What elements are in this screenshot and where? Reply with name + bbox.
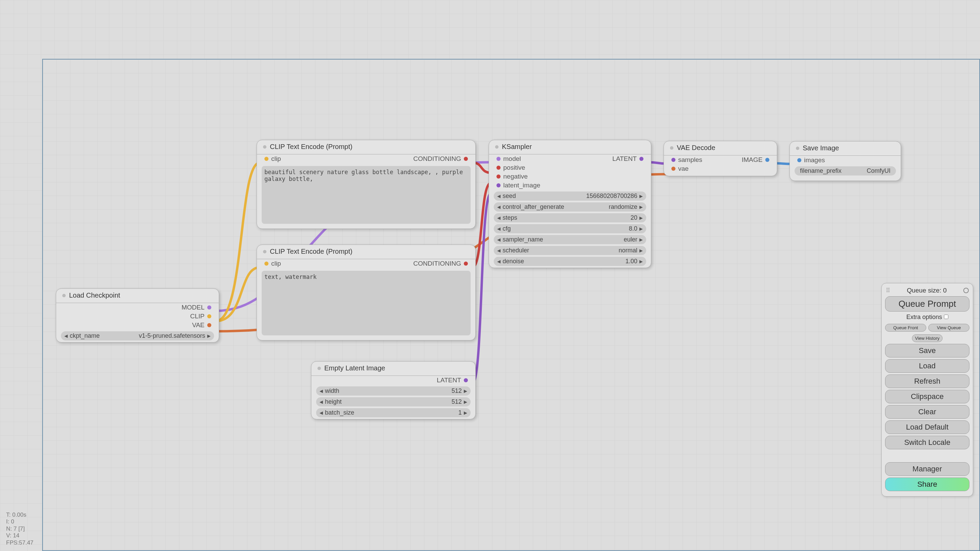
- node-title[interactable]: Load Checkpoint: [56, 289, 219, 303]
- output-conditioning[interactable]: CONDITIONING: [409, 154, 476, 163]
- output-model[interactable]: MODEL: [56, 303, 219, 312]
- output-latent[interactable]: LATENT: [311, 376, 476, 385]
- port-icon[interactable]: [207, 323, 211, 327]
- next-arrow-icon[interactable]: ▶: [464, 399, 467, 404]
- input-samples[interactable]: samples: [664, 156, 707, 164]
- queue-front-button[interactable]: Queue Front: [885, 324, 926, 332]
- input-positive[interactable]: positive: [489, 163, 608, 172]
- switch-locale-button[interactable]: Switch Locale: [885, 436, 969, 449]
- prev-arrow-icon[interactable]: ◀: [497, 215, 501, 221]
- input-vae[interactable]: vae: [664, 164, 707, 173]
- node-clip-encode-negative[interactable]: CLIP Text Encode (Prompt) clip CONDITION…: [256, 245, 476, 340]
- save-button[interactable]: Save: [885, 344, 969, 357]
- prev-arrow-icon[interactable]: ◀: [320, 388, 323, 394]
- prev-arrow-icon[interactable]: ◀: [320, 410, 323, 415]
- control-after-generate-widget[interactable]: ◀ control_after_generate randomize ▶: [494, 202, 646, 211]
- node-save-image[interactable]: Save Image images filename_prefix ComfyU…: [789, 141, 901, 181]
- output-conditioning[interactable]: CONDITIONING: [409, 259, 476, 268]
- node-clip-encode-positive[interactable]: CLIP Text Encode (Prompt) clip CONDITION…: [256, 140, 476, 229]
- view-queue-button[interactable]: View Queue: [928, 324, 969, 332]
- denoise-widget[interactable]: ◀ denoise 1.00 ▶: [494, 257, 646, 266]
- port-icon[interactable]: [496, 157, 501, 161]
- next-arrow-icon[interactable]: ▶: [640, 194, 643, 198]
- output-image[interactable]: IMAGE: [737, 156, 777, 164]
- prev-arrow-icon[interactable]: ◀: [64, 333, 68, 338]
- port-icon[interactable]: [640, 157, 643, 161]
- share-button[interactable]: Share: [885, 478, 969, 491]
- load-default-button[interactable]: Load Default: [885, 421, 969, 434]
- view-history-button[interactable]: View History: [912, 334, 943, 342]
- output-latent[interactable]: LATENT: [608, 154, 651, 163]
- next-arrow-icon[interactable]: ▶: [640, 237, 643, 242]
- port-icon[interactable]: [797, 158, 801, 162]
- node-ksampler[interactable]: KSampler model positive negative latent_…: [488, 140, 651, 268]
- prompt-textarea[interactable]: text, watermark: [262, 271, 471, 335]
- clipspace-button[interactable]: Clipspace: [885, 390, 969, 403]
- port-icon[interactable]: [464, 378, 468, 382]
- settings-gear-icon[interactable]: [963, 288, 969, 293]
- node-title[interactable]: Empty Latent Image: [311, 362, 476, 376]
- prev-arrow-icon[interactable]: ◀: [497, 194, 501, 198]
- batch-size-widget[interactable]: ◀ batch_size 1 ▶: [316, 408, 471, 417]
- extra-options-row[interactable]: Extra options: [885, 314, 969, 321]
- next-arrow-icon[interactable]: ▶: [464, 410, 467, 415]
- filename-prefix-widget[interactable]: filename_prefix ComfyUI: [795, 166, 896, 176]
- node-title[interactable]: KSampler: [489, 140, 651, 154]
- input-clip[interactable]: clip: [257, 259, 286, 268]
- refresh-button[interactable]: Refresh: [885, 375, 969, 388]
- input-negative[interactable]: negative: [489, 172, 608, 181]
- next-arrow-icon[interactable]: ▶: [464, 388, 467, 394]
- queue-prompt-button[interactable]: Queue Prompt: [885, 296, 969, 311]
- drag-grip-icon[interactable]: ⠿: [886, 287, 890, 294]
- port-icon[interactable]: [464, 157, 468, 161]
- prev-arrow-icon[interactable]: ◀: [320, 399, 323, 404]
- port-icon[interactable]: [264, 262, 269, 266]
- next-arrow-icon[interactable]: ▶: [640, 248, 643, 253]
- port-icon[interactable]: [207, 305, 211, 310]
- collapse-dot-icon[interactable]: [318, 367, 321, 370]
- port-icon[interactable]: [671, 158, 675, 162]
- port-icon[interactable]: [496, 166, 501, 170]
- input-clip[interactable]: clip: [257, 154, 286, 163]
- cfg-widget[interactable]: ◀ cfg 8.0 ▶: [494, 224, 646, 233]
- prev-arrow-icon[interactable]: ◀: [497, 205, 501, 210]
- load-button[interactable]: Load: [885, 359, 969, 373]
- node-load-checkpoint[interactable]: Load Checkpoint MODEL CLIP VAE ◀ ckpt_na…: [56, 288, 219, 343]
- collapse-dot-icon[interactable]: [62, 294, 66, 297]
- collapse-dot-icon[interactable]: [495, 145, 498, 149]
- collapse-dot-icon[interactable]: [670, 146, 673, 150]
- collapse-dot-icon[interactable]: [263, 250, 266, 253]
- prev-arrow-icon[interactable]: ◀: [497, 259, 501, 264]
- input-latent-image[interactable]: latent_image: [489, 181, 608, 190]
- port-icon[interactable]: [496, 175, 501, 179]
- sampler-name-widget[interactable]: ◀ sampler_name euler ▶: [494, 235, 646, 244]
- next-arrow-icon[interactable]: ▶: [640, 259, 643, 264]
- node-title[interactable]: VAE Decode: [664, 141, 777, 156]
- node-empty-latent[interactable]: Empty Latent Image LATENT ◀ width 512 ▶ …: [311, 361, 476, 419]
- prev-arrow-icon[interactable]: ◀: [497, 248, 501, 253]
- output-vae[interactable]: VAE: [56, 321, 219, 330]
- extra-options-checkbox[interactable]: [944, 314, 948, 319]
- node-title[interactable]: CLIP Text Encode (Prompt): [257, 140, 476, 154]
- node-title[interactable]: Save Image: [790, 141, 901, 156]
- port-icon[interactable]: [671, 167, 675, 171]
- seed-widget[interactable]: ◀ seed 156680208700286 ▶: [494, 192, 646, 201]
- port-icon[interactable]: [264, 157, 269, 161]
- clear-button[interactable]: Clear: [885, 405, 969, 419]
- width-widget[interactable]: ◀ width 512 ▶: [316, 386, 471, 395]
- port-icon[interactable]: [207, 314, 211, 318]
- next-arrow-icon[interactable]: ▶: [207, 333, 211, 338]
- port-icon[interactable]: [765, 158, 769, 162]
- ckpt-name-widget[interactable]: ◀ ckpt_name v1-5-pruned.safetensors ▶: [61, 331, 214, 340]
- node-title[interactable]: CLIP Text Encode (Prompt): [257, 245, 476, 259]
- input-images[interactable]: images: [790, 156, 901, 165]
- next-arrow-icon[interactable]: ▶: [640, 215, 643, 221]
- steps-widget[interactable]: ◀ steps 20 ▶: [494, 213, 646, 222]
- next-arrow-icon[interactable]: ▶: [640, 205, 643, 210]
- collapse-dot-icon[interactable]: [796, 147, 799, 150]
- input-model[interactable]: model: [489, 154, 608, 163]
- control-panel[interactable]: ⠿ Queue size: 0 Queue Prompt Extra optio…: [881, 283, 973, 497]
- manager-button[interactable]: Manager: [885, 462, 969, 476]
- port-icon[interactable]: [464, 262, 468, 266]
- port-icon[interactable]: [496, 183, 501, 187]
